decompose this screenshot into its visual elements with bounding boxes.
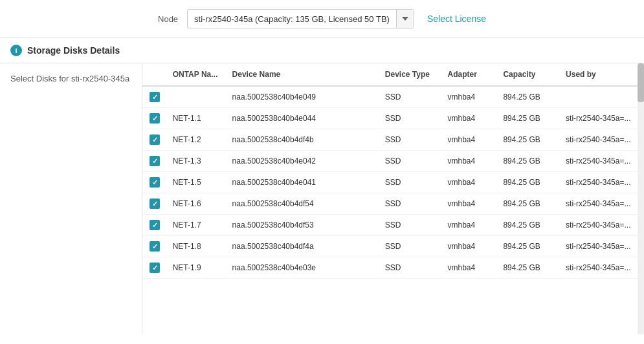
adapter: vmhba4 (443, 257, 498, 279)
checkbox-cell[interactable] (142, 193, 168, 215)
ontap-name: NET-1.7 (168, 215, 227, 236)
capacity: 894.25 GB (498, 215, 561, 236)
device-name: naa.5002538c40b4e03e (227, 257, 380, 279)
used-by: sti-rx2540-345a=... (561, 193, 644, 215)
device-type: SSD (380, 193, 443, 215)
select-license-link[interactable]: Select License (427, 14, 486, 24)
scrollbar[interactable] (638, 63, 644, 334)
table-row: NET-1.3naa.5002538c40b4e042SSDvmhba4894.… (142, 151, 644, 172)
checkbox-checked[interactable] (150, 134, 160, 145)
device-name: naa.5002538c40b4e042 (227, 151, 380, 172)
col-header-type: Device Type (380, 63, 443, 86)
used-by: sti-rx2540-345a=... (561, 108, 644, 129)
col-header-ontap: ONTAP Na... (168, 63, 227, 86)
adapter: vmhba4 (443, 236, 498, 257)
capacity: 894.25 GB (498, 151, 561, 172)
table-row: NET-1.2naa.5002538c40b4df4bSSDvmhba4894.… (142, 129, 644, 151)
ontap-name: NET-1.1 (168, 108, 227, 129)
col-header-device: Device Name (227, 63, 380, 86)
checkbox-checked[interactable] (150, 156, 160, 166)
adapter: vmhba4 (443, 151, 498, 172)
device-type: SSD (380, 86, 443, 108)
checkbox-cell[interactable] (142, 129, 168, 151)
checkbox-cell[interactable] (142, 86, 168, 108)
used-by: sti-rx2540-345a=... (561, 257, 644, 279)
device-type: SSD (380, 236, 443, 257)
chevron-down-icon (402, 17, 408, 21)
table-row: NET-1.9naa.5002538c40b4e03eSSDvmhba4894.… (142, 257, 644, 279)
col-header-usedby: Used by (561, 63, 644, 86)
used-by: sti-rx2540-345a=... (561, 129, 644, 151)
table-row: NET-1.5naa.5002538c40b4e041SSDvmhba4894.… (142, 172, 644, 193)
col-header-checkbox (142, 63, 168, 86)
checkbox-cell[interactable] (142, 151, 168, 172)
capacity: 894.25 GB (498, 129, 561, 151)
left-panel: Select Disks for sti-rx2540-345a (0, 63, 142, 334)
ontap-name: NET-1.5 (168, 172, 227, 193)
device-type: SSD (380, 172, 443, 193)
scrollbar-thumb[interactable] (638, 63, 644, 102)
device-name: naa.5002538c40b4df4b (227, 129, 380, 151)
node-label: Node (158, 14, 178, 24)
device-name: naa.5002538c40b4e041 (227, 172, 380, 193)
adapter: vmhba4 (443, 193, 498, 215)
used-by: sti-rx2540-345a=... (561, 215, 644, 236)
node-select-wrapper[interactable]: sti-rx2540-345a (Capacity: 135 GB, Licen… (187, 9, 414, 28)
adapter: vmhba4 (443, 172, 498, 193)
device-name: naa.5002538c40b4e049 (227, 86, 380, 108)
device-type: SSD (380, 257, 443, 279)
table-row: NET-1.1naa.5002538c40b4e044SSDvmhba4894.… (142, 108, 644, 129)
section-header: i Storage Disks Details (0, 38, 644, 63)
ontap-name (168, 86, 227, 108)
checkbox-checked[interactable] (150, 92, 160, 102)
checkbox-cell[interactable] (142, 257, 168, 279)
ontap-name: NET-1.6 (168, 193, 227, 215)
used-by: sti-rx2540-345a=... (561, 151, 644, 172)
capacity: 894.25 GB (498, 172, 561, 193)
used-by: sti-rx2540-345a=... (561, 172, 644, 193)
table-container: ONTAP Na... Device Name Device Type Adap… (142, 63, 644, 334)
capacity: 894.25 GB (498, 236, 561, 257)
adapter: vmhba4 (443, 86, 498, 108)
adapter: vmhba4 (443, 215, 498, 236)
main-content: Select Disks for sti-rx2540-345a ONTAP N… (0, 63, 644, 334)
device-name: naa.5002538c40b4df4a (227, 236, 380, 257)
col-header-capacity: Capacity (498, 63, 561, 86)
capacity: 894.25 GB (498, 86, 561, 108)
checkbox-checked[interactable] (150, 220, 160, 230)
checkbox-checked[interactable] (150, 199, 160, 209)
checkbox-checked[interactable] (150, 241, 160, 252)
top-bar: Node sti-rx2540-345a (Capacity: 135 GB, … (0, 0, 644, 38)
table-header-row: ONTAP Na... Device Name Device Type Adap… (142, 63, 644, 86)
left-panel-title: Select Disks for sti-rx2540-345a (10, 74, 129, 83)
device-name: naa.5002538c40b4df53 (227, 215, 380, 236)
node-select-text: sti-rx2540-345a (Capacity: 135 GB, Licen… (188, 14, 396, 24)
checkbox-cell[interactable] (142, 172, 168, 193)
disk-table: ONTAP Na... Device Name Device Type Adap… (142, 63, 644, 279)
device-name: naa.5002538c40b4e044 (227, 108, 380, 129)
table-row: NET-1.6naa.5002538c40b4df54SSDvmhba4894.… (142, 193, 644, 215)
checkbox-cell[interactable] (142, 108, 168, 129)
capacity: 894.25 GB (498, 193, 561, 215)
capacity: 894.25 GB (498, 108, 561, 129)
ontap-name: NET-1.8 (168, 236, 227, 257)
checkbox-checked[interactable] (150, 177, 160, 188)
table-row: naa.5002538c40b4e049SSDvmhba4894.25 GB (142, 86, 644, 108)
checkbox-checked[interactable] (150, 263, 160, 273)
checkbox-cell[interactable] (142, 215, 168, 236)
ontap-name: NET-1.9 (168, 257, 227, 279)
device-type: SSD (380, 151, 443, 172)
table-row: NET-1.8naa.5002538c40b4df4aSSDvmhba4894.… (142, 236, 644, 257)
col-header-adapter: Adapter (443, 63, 498, 86)
adapter: vmhba4 (443, 129, 498, 151)
checkbox-cell[interactable] (142, 236, 168, 257)
ontap-name: NET-1.3 (168, 151, 227, 172)
device-type: SSD (380, 108, 443, 129)
device-type: SSD (380, 129, 443, 151)
table-row: NET-1.7naa.5002538c40b4df53SSDvmhba4894.… (142, 215, 644, 236)
capacity: 894.25 GB (498, 257, 561, 279)
checkbox-checked[interactable] (150, 113, 160, 124)
device-type: SSD (380, 215, 443, 236)
info-icon: i (10, 45, 22, 56)
node-dropdown-button[interactable] (396, 10, 414, 28)
